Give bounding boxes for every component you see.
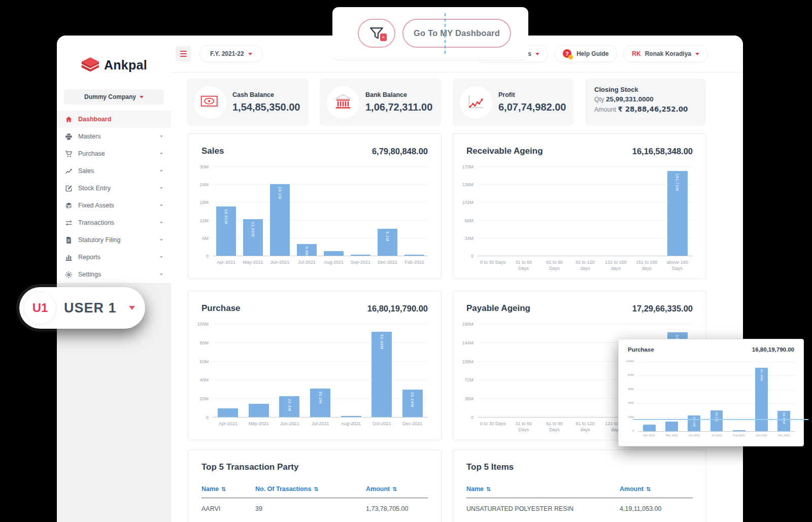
user1-badge[interactable]: U1 USER 1 — [19, 287, 145, 329]
y-axis-tick: 20M — [199, 396, 209, 401]
bar-jul-2021[interactable]: 30.3M — [310, 389, 330, 417]
plot-area: 30M24M18M12M6M016.61M12.32M24.1M3.88M9.1… — [213, 166, 428, 256]
y-axis-tick: 0 — [206, 415, 209, 420]
go-to-my-dashboard-button[interactable]: Go To MY Dashboard — [402, 19, 511, 48]
user-menu-button[interactable]: RK Ronak Koradiya — [623, 45, 708, 62]
bar-above-180-days[interactable]: 161.71M — [667, 171, 688, 256]
help-guide-label: Help Guide — [577, 50, 608, 57]
column-header-amount[interactable]: Amount⇅ — [366, 485, 428, 493]
chart-header: Payable Ageing 17,29,66,335.00 — [453, 291, 706, 314]
bar-jun-2021[interactable]: 22.4M — [688, 415, 700, 431]
bar-apr-2021[interactable] — [643, 425, 656, 431]
plot-area: 100M80M60M40M20M022.4M30.3M91.48M29.24M — [213, 324, 428, 417]
bar-sep-2021[interactable] — [351, 255, 370, 256]
bar-dec-2021[interactable]: 9.1M — [378, 229, 397, 256]
chevron-down-icon — [535, 53, 539, 55]
sort-icon[interactable]: ⇅ — [392, 486, 397, 493]
chart-header: Sales 6,79,80,848.00 — [188, 134, 441, 156]
column-header-name[interactable]: Name⇅ — [466, 485, 620, 493]
purchase-zoom-card: Purchase 16,80,19,790.00 100M80M60M40M20… — [618, 339, 804, 446]
chart-total: 16,80,19,790.00 — [752, 346, 794, 353]
chevron-down-icon — [160, 153, 163, 155]
sidebar-item-settings[interactable]: Settings — [57, 266, 171, 283]
x-axis-tick: Aug-2021 — [335, 421, 366, 427]
sidebar-item-purchase[interactable]: Purchase — [57, 145, 171, 162]
cash-icon — [194, 86, 226, 119]
fiscal-year-selector[interactable]: F.Y. 2021-22 — [199, 45, 263, 62]
column-header-name[interactable]: Name⇅ — [201, 485, 255, 493]
help-guide-button[interactable]: ? Help Guide — [554, 45, 617, 62]
document-icon — [65, 236, 73, 244]
brand-name: Ankpal — [104, 58, 147, 73]
sort-icon[interactable]: ⇅ — [486, 486, 491, 493]
bar-jun-2021[interactable]: 24.1M — [270, 184, 290, 256]
bar-slot: 30.3M — [305, 324, 336, 417]
filter-button[interactable]: ≡ — [358, 19, 395, 48]
chevron-down-icon — [160, 256, 163, 258]
chart-title: Sales — [201, 146, 224, 156]
bars-row: 161.71M — [478, 166, 693, 256]
chevron-down-icon — [160, 187, 163, 189]
hamburger-icon — [180, 53, 187, 54]
bar-feb-2022[interactable] — [404, 255, 424, 256]
bar-slot — [509, 324, 539, 417]
y-axis-tick: 68M — [464, 218, 473, 223]
chart-title: Receivable Ageing — [466, 146, 543, 156]
bar-jul-2021[interactable]: 3.88M — [297, 244, 317, 256]
cart-icon — [65, 150, 73, 158]
column-header-label: Name — [201, 485, 219, 493]
bar-aug-2021[interactable] — [733, 430, 746, 431]
bar-slot — [539, 324, 570, 417]
bar-slot: 9.1M — [374, 166, 401, 256]
sort-icon[interactable]: ⇅ — [314, 486, 318, 493]
bar-aug-2021[interactable] — [324, 251, 344, 256]
bar-slot — [570, 166, 601, 256]
bar-slot — [320, 166, 347, 256]
y-axis-tick: 180M — [462, 322, 473, 327]
sidebar-item-statutory-filing[interactable]: Statutory Filing — [57, 231, 171, 249]
bar-dec-2021[interactable]: 29.24M — [777, 411, 790, 431]
x-axis-tick: 121 to 150 days — [600, 260, 631, 271]
chevron-down-icon — [248, 53, 252, 55]
x-axis-tick: May-2021 — [240, 260, 266, 266]
bar-may-2021[interactable] — [665, 422, 678, 431]
plot-area: 100M80M60M40M20M022.4M30.3M91.48M29.24M — [638, 362, 795, 432]
bar-apr-2021[interactable] — [218, 408, 238, 417]
column-header-amount[interactable]: Amount⇅ — [620, 485, 693, 493]
company-selector[interactable]: Dummy Company — [64, 89, 164, 105]
sort-icon[interactable]: ⇅ — [646, 486, 651, 493]
hamburger-menu-button[interactable] — [176, 46, 191, 61]
closing-stock-amount: Amount ₹ 28,88,46,252.00 — [594, 105, 706, 113]
table-cell: 1,73,78,705.00 — [366, 505, 428, 512]
chart-total: 16,80,19,790.00 — [367, 304, 428, 314]
x-axis-tick: Jul-2021 — [305, 421, 336, 427]
bar-may-2021[interactable]: 12.32M — [243, 219, 263, 256]
bank-icon — [327, 86, 359, 119]
sort-icon[interactable]: ⇅ — [221, 486, 226, 493]
bar-aug-2021[interactable] — [341, 416, 361, 417]
bar-dec-2021[interactable]: 29.24M — [402, 390, 423, 417]
bar-slot — [638, 362, 660, 431]
bar-oct-2021[interactable]: 91.48M — [371, 332, 392, 417]
bar-value-label: 91.48M — [760, 369, 763, 381]
receivable-ageing-bar-chart: 170M136M102M68M34M0161.71M0 to 30 Days31… — [478, 166, 693, 256]
sidebar-item-reports[interactable]: Reports — [57, 249, 171, 266]
bar-jul-2021[interactable]: 30.3M — [710, 410, 723, 432]
bar-slot: 91.48M — [750, 362, 772, 431]
bar-apr-2021[interactable]: 16.61M — [216, 206, 236, 256]
brand-logo[interactable]: Ankpal — [57, 36, 171, 81]
sidebar-item-stock-entry[interactable]: Stock Entry — [57, 180, 171, 197]
bar-may-2021[interactable] — [249, 404, 269, 417]
cash-balance-card: Cash Balance 1,54,85,350.00 — [187, 79, 309, 126]
bar-oct-2021[interactable]: 91.48M — [755, 368, 768, 431]
sidebar-item-sales[interactable]: Sales — [57, 162, 171, 180]
bar-slot: 29.24M — [397, 324, 428, 417]
sidebar-item-fixed-assets[interactable]: Fixed Assets — [57, 197, 171, 214]
sidebar-item-masters[interactable]: Masters — [57, 128, 171, 145]
bar-jun-2021[interactable]: 22.4M — [279, 396, 299, 417]
y-axis-tick: 100M — [197, 322, 209, 327]
sidebar-item-dashboard[interactable]: Dashboard — [57, 111, 171, 128]
x-axis-tick: Aug-2021 — [320, 260, 347, 266]
column-header-no-of-trasactions[interactable]: No. Of Trasactions⇅ — [255, 485, 366, 493]
sidebar-item-transactions[interactable]: Transactions — [57, 214, 171, 231]
